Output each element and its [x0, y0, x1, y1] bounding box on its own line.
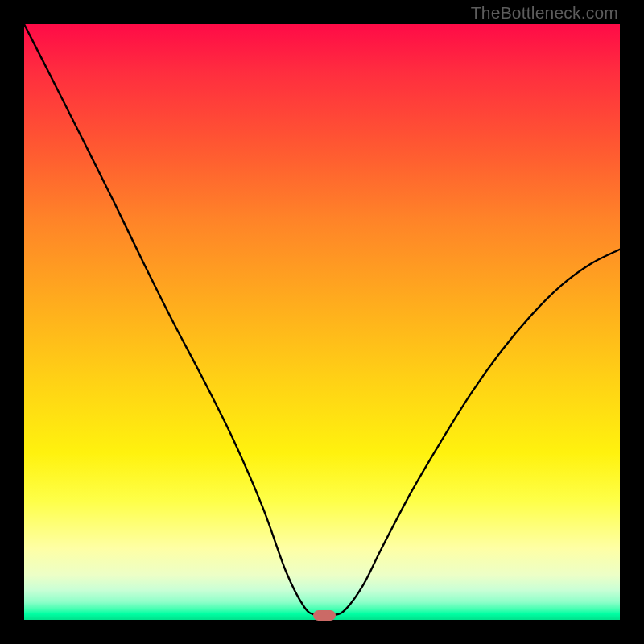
bottleneck-curve: [24, 24, 620, 620]
minimum-marker: [313, 610, 336, 621]
curve-path: [24, 24, 620, 616]
chart-frame: TheBottleneck.com: [0, 0, 644, 644]
watermark-text: TheBottleneck.com: [471, 3, 618, 23]
